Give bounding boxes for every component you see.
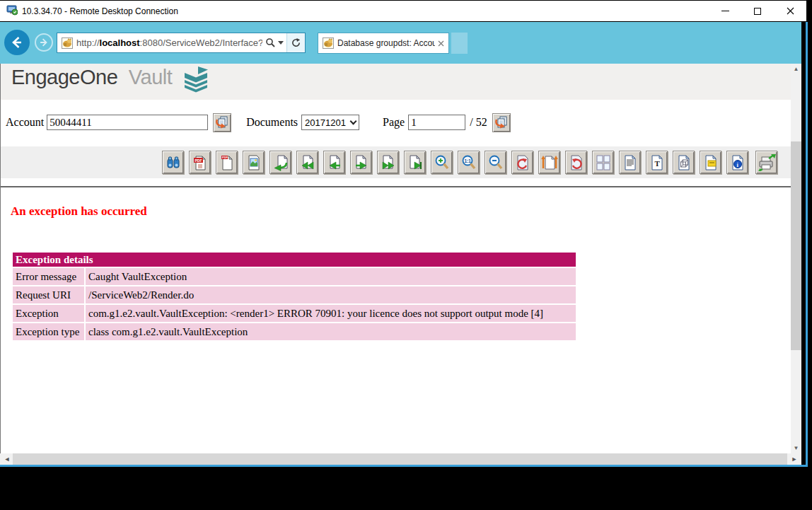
select-chevron-icon (350, 118, 357, 125)
exception-details-table: Exception details Error message Caught V… (11, 251, 577, 342)
row-value: com.g1.e2.vault.VaultException: <render1… (86, 305, 576, 322)
address-bar-icons (262, 33, 305, 52)
row-label: Exception (13, 305, 84, 322)
vault-layers-icon (182, 66, 211, 98)
table-header: Exception details (13, 253, 576, 267)
page-content: An exception has occurred Exception deta… (1, 187, 791, 453)
fit-height-button[interactable] (538, 151, 560, 174)
browser-window: http://localhost:8080/ServiceWeb2/Interf… (0, 22, 808, 467)
pdf-document-button[interactable]: PDF (216, 151, 238, 174)
account-go-button[interactable] (213, 113, 231, 132)
brand-trademark: ™ (118, 64, 124, 64)
svg-text:PDF: PDF (195, 158, 202, 162)
viewer-toolbar: PDF PDF (1, 146, 791, 178)
search-icon[interactable] (262, 33, 286, 52)
scroll-up-icon[interactable]: ▲ (791, 64, 801, 74)
line-data-view-button[interactable] (619, 151, 641, 174)
zoom-in-button[interactable] (431, 151, 453, 174)
browser-chrome: http://localhost:8080/ServiceWeb2/Interf… (0, 22, 808, 64)
maximize-button[interactable] (741, 1, 774, 21)
zoom-out-button[interactable] (485, 151, 506, 174)
page-go-button[interactable] (492, 113, 511, 132)
ie-window-bottom-border (0, 465, 808, 467)
account-input[interactable] (47, 115, 208, 130)
previous-fast-button[interactable] (296, 151, 318, 174)
print-button[interactable] (755, 151, 777, 174)
screen: 10.3.34.70 - Remote Desktop Connection (0, 0, 812, 510)
horizontal-scrollbar-thumb[interactable] (13, 453, 787, 465)
svg-text:1:1: 1:1 (464, 158, 471, 163)
rotate-left-button[interactable] (511, 151, 533, 174)
brand-primary: EngageOne (11, 66, 117, 89)
svg-text:T: T (654, 159, 660, 168)
address-bar[interactable]: http://localhost:8080/ServiceWeb2/Interf… (57, 33, 306, 53)
refresh-icon[interactable] (286, 33, 305, 52)
rotate-right-button[interactable] (565, 151, 587, 174)
thumbnail-view-button[interactable] (592, 151, 614, 174)
row-label: Error message (13, 268, 84, 285)
tab-title: Database groupdst: Accoun... (337, 38, 435, 48)
export-pdf-button[interactable]: PDF (189, 151, 211, 174)
table-header-row: Exception details (13, 253, 576, 267)
chevron-down-icon (278, 41, 284, 45)
documents-select[interactable]: 20171201 (301, 115, 359, 130)
table-row: Exception com.g1.e2.vault.VaultException… (13, 305, 576, 322)
row-value: /ServiceWeb2/Render.do (86, 286, 576, 303)
back-button[interactable] (4, 30, 30, 55)
web-page: EngageOne™Vault Account (0, 64, 791, 453)
table-row: Request URI /ServiceWeb2/Render.do (13, 286, 576, 303)
next-page-button[interactable] (350, 151, 372, 174)
browser-tab[interactable]: Database groupdst: Accoun... (318, 33, 449, 54)
close-button[interactable] (774, 1, 806, 21)
row-value: class com.g1.e2.vault.VaultException (86, 323, 576, 340)
document-info-button[interactable]: i (726, 151, 748, 174)
page-label: Page (383, 116, 405, 129)
previous-page-button[interactable] (323, 151, 345, 174)
url-path: :8080/ServiceWeb2/Interface?A=50044 (140, 37, 262, 48)
url-text: http://localhost:8080/ServiceWeb2/Interf… (76, 37, 262, 48)
url-scheme: http:// (76, 37, 100, 48)
image-view-button[interactable] (243, 151, 265, 174)
minimize-button[interactable] (709, 1, 741, 21)
table-row: Error message Caught VaultException (13, 268, 576, 285)
account-label: Account (6, 116, 44, 129)
engageone-vault-logo: EngageOne™Vault (11, 66, 211, 98)
error-heading: An exception has occurred (11, 204, 791, 219)
documents-selected-value: 20171201 (305, 117, 351, 128)
tab-close-icon[interactable] (438, 37, 444, 50)
row-label: Request URI (13, 286, 84, 303)
scroll-left-icon[interactable]: ◄ (1, 453, 13, 465)
table-row: Exception type class com.g1.e2.vault.Vau… (13, 323, 576, 340)
next-fast-button[interactable] (377, 151, 399, 174)
notes-button[interactable] (700, 151, 721, 174)
scroll-down-icon[interactable]: ▼ (791, 443, 801, 453)
text-view-button[interactable]: T (646, 151, 668, 174)
last-page-button[interactable] (404, 151, 426, 174)
url-host: localhost (100, 37, 140, 48)
brand-secondary: Vault (129, 66, 172, 89)
row-value: Caught VaultException (86, 268, 576, 285)
rdp-titlebar: 10.3.34.70 - Remote Desktop Connection (0, 0, 806, 21)
ie-window-right-border (806, 22, 808, 467)
tomcat-favicon (62, 37, 73, 49)
first-page-button[interactable] (269, 151, 291, 174)
find-button[interactable] (162, 151, 184, 174)
horizontal-scrollbar[interactable]: ◄ ► (0, 453, 801, 465)
window-title: 10.3.34.70 - Remote Desktop Connection (22, 6, 178, 16)
app-header: EngageOne™Vault (1, 64, 791, 100)
new-tab-button[interactable] (451, 33, 468, 54)
tab-favicon (323, 37, 334, 49)
graphics-view-button[interactable] (673, 151, 695, 174)
page-total: / 52 (470, 116, 487, 129)
rdp-icon (6, 4, 18, 18)
vertical-scrollbar[interactable]: ▲ ▼ (791, 64, 801, 453)
zoom-actual-size-button[interactable]: 1:1 (458, 151, 480, 174)
documents-label: Documents (246, 116, 298, 129)
row-label: Exception type (13, 323, 84, 340)
scroll-right-icon[interactable]: ► (789, 453, 800, 465)
page-input[interactable] (408, 115, 465, 130)
svg-text:PDF: PDF (222, 156, 228, 159)
window-controls (709, 1, 806, 21)
forward-button[interactable] (35, 33, 53, 52)
vertical-scrollbar-thumb[interactable] (791, 141, 801, 350)
